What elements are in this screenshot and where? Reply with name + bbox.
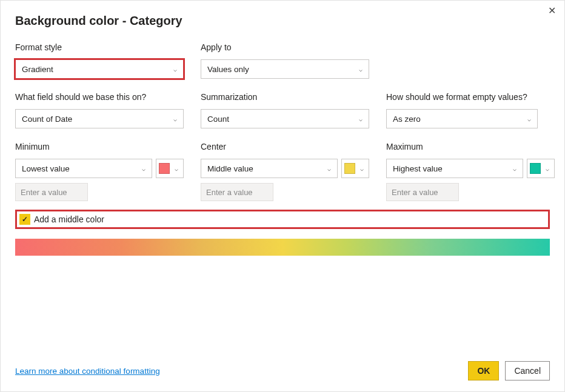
minimum-value-input[interactable]: Enter a value xyxy=(15,183,88,201)
empty-values-value: As zero xyxy=(393,115,421,124)
format-style-dropdown[interactable]: Gradient ⌵ xyxy=(15,59,184,79)
center-color-swatch xyxy=(344,163,355,174)
center-label: Center xyxy=(201,142,369,151)
close-icon[interactable]: ✕ xyxy=(545,4,558,18)
empty-values-dropdown[interactable]: As zero ⌵ xyxy=(386,109,538,128)
maximum-color-swatch xyxy=(530,163,541,174)
add-middle-color-label: Add a middle color xyxy=(34,214,104,224)
center-type-dropdown[interactable]: Middle value ⌵ xyxy=(201,159,338,178)
minimum-color-swatch xyxy=(159,163,170,174)
add-middle-color-checkbox[interactable]: ✓ Add a middle color xyxy=(15,210,550,229)
empty-values-label: How should we format empty values? xyxy=(386,92,538,102)
checkbox-checked-icon: ✓ xyxy=(19,214,30,225)
maximum-color-picker[interactable]: ⌵ xyxy=(527,159,555,178)
minimum-type-dropdown[interactable]: Lowest value ⌵ xyxy=(15,159,152,178)
chevron-down-icon: ⌵ xyxy=(327,165,331,172)
dialog-title: Background color - Category xyxy=(15,14,550,28)
minimum-label: Minimum xyxy=(15,142,184,151)
apply-to-value: Values only xyxy=(207,65,249,74)
summarization-value: Count xyxy=(207,115,229,124)
minimum-color-picker[interactable]: ⌵ xyxy=(156,159,184,178)
chevron-down-icon: ⌵ xyxy=(543,165,552,172)
center-type-value: Middle value xyxy=(207,164,253,173)
maximum-value-input[interactable]: Enter a value xyxy=(386,183,459,201)
chevron-down-icon: ⌵ xyxy=(142,165,145,172)
center-value-input[interactable]: Enter a value xyxy=(201,183,273,201)
format-style-label: Format style xyxy=(15,42,184,52)
maximum-type-value: Highest value xyxy=(393,164,443,173)
chevron-down-icon: ⌵ xyxy=(359,116,363,122)
base-field-dropdown[interactable]: Count of Date ⌵ xyxy=(15,109,184,128)
base-field-value: Count of Date xyxy=(22,115,72,124)
chevron-down-icon: ⌵ xyxy=(358,165,366,172)
chevron-down-icon: ⌵ xyxy=(359,66,363,73)
base-field-label: What field should we base this on? xyxy=(15,92,184,102)
learn-more-link[interactable]: Learn more about conditional formatting xyxy=(15,367,160,376)
maximum-label: Maximum xyxy=(386,142,555,151)
ok-button[interactable]: OK xyxy=(468,361,499,380)
summarization-dropdown[interactable]: Count ⌵ xyxy=(201,109,369,128)
maximum-type-dropdown[interactable]: Highest value ⌵ xyxy=(386,159,523,178)
format-style-value: Gradient xyxy=(22,65,53,74)
minimum-type-value: Lowest value xyxy=(22,164,70,173)
apply-to-label: Apply to xyxy=(201,42,369,52)
chevron-down-icon: ⌵ xyxy=(172,165,181,172)
cancel-button[interactable]: Cancel xyxy=(505,361,550,380)
chevron-down-icon: ⌵ xyxy=(173,66,177,73)
chevron-down-icon: ⌵ xyxy=(527,116,531,122)
chevron-down-icon: ⌵ xyxy=(513,165,517,172)
gradient-preview xyxy=(15,239,550,256)
summarization-label: Summarization xyxy=(201,92,369,102)
apply-to-dropdown[interactable]: Values only ⌵ xyxy=(201,59,369,79)
chevron-down-icon: ⌵ xyxy=(173,116,177,122)
center-color-picker[interactable]: ⌵ xyxy=(341,159,369,178)
